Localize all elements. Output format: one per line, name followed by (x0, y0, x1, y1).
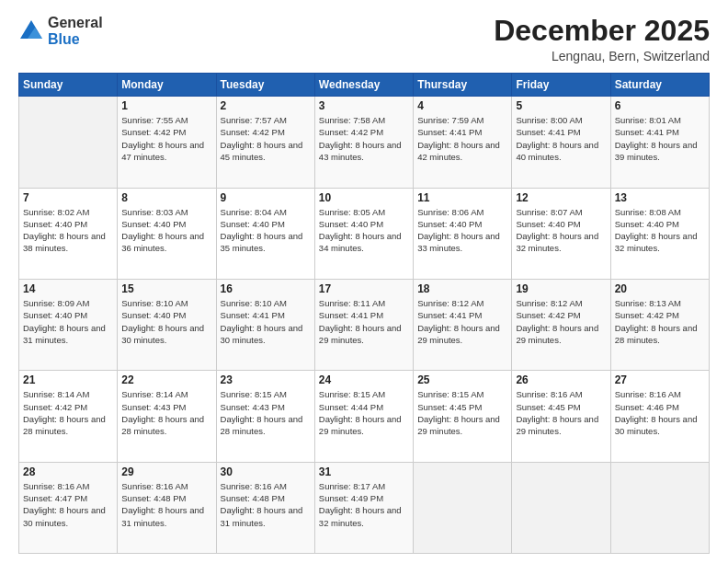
week-row-3: 14Sunrise: 8:09 AMSunset: 4:40 PMDayligh… (19, 279, 710, 370)
day-info: Sunrise: 8:08 AMSunset: 4:40 PMDaylight:… (615, 206, 705, 255)
day-info: Sunrise: 8:03 AMSunset: 4:40 PMDaylight:… (121, 206, 211, 255)
week-row-1: 1Sunrise: 7:55 AMSunset: 4:42 PMDaylight… (19, 97, 710, 188)
day-cell: 2Sunrise: 7:57 AMSunset: 4:42 PMDaylight… (216, 97, 314, 188)
day-info: Sunrise: 8:16 AMSunset: 4:47 PMDaylight:… (23, 480, 113, 529)
day-cell: 14Sunrise: 8:09 AMSunset: 4:40 PMDayligh… (19, 279, 118, 370)
day-number: 14 (23, 282, 113, 295)
day-cell: 27Sunrise: 8:16 AMSunset: 4:46 PMDayligh… (610, 371, 709, 462)
day-cell: 28Sunrise: 8:16 AMSunset: 4:47 PMDayligh… (19, 462, 118, 553)
day-number: 7 (23, 191, 113, 204)
day-info: Sunrise: 8:15 AMSunset: 4:44 PMDaylight:… (319, 388, 409, 437)
day-cell: 5Sunrise: 8:00 AMSunset: 4:41 PMDaylight… (512, 97, 610, 188)
weekday-header-row: SundayMondayTuesdayWednesdayThursdayFrid… (19, 74, 710, 97)
day-number: 30 (221, 465, 311, 478)
day-number: 20 (615, 282, 705, 295)
day-cell: 4Sunrise: 7:59 AMSunset: 4:41 PMDaylight… (414, 97, 512, 188)
day-cell: 8Sunrise: 8:03 AMSunset: 4:40 PMDaylight… (118, 188, 216, 279)
day-number: 23 (221, 373, 311, 386)
weekday-sunday: Sunday (19, 74, 118, 97)
logo-icon (18, 18, 44, 44)
day-cell: 11Sunrise: 8:06 AMSunset: 4:40 PMDayligh… (414, 188, 512, 279)
day-info: Sunrise: 8:10 AMSunset: 4:41 PMDaylight:… (221, 297, 311, 346)
day-number: 17 (319, 282, 409, 295)
day-number: 16 (221, 282, 311, 295)
day-number: 26 (516, 373, 606, 386)
day-info: Sunrise: 7:55 AMSunset: 4:42 PMDaylight:… (121, 114, 211, 163)
day-cell (414, 462, 512, 553)
day-info: Sunrise: 8:15 AMSunset: 4:45 PMDaylight:… (417, 388, 507, 437)
day-info: Sunrise: 8:02 AMSunset: 4:40 PMDaylight:… (23, 206, 113, 255)
day-number: 21 (23, 373, 113, 386)
day-info: Sunrise: 8:16 AMSunset: 4:45 PMDaylight:… (516, 388, 606, 437)
day-number: 12 (516, 191, 606, 204)
day-number: 28 (23, 465, 113, 478)
day-cell: 25Sunrise: 8:15 AMSunset: 4:45 PMDayligh… (414, 371, 512, 462)
day-info: Sunrise: 8:10 AMSunset: 4:40 PMDaylight:… (121, 297, 211, 346)
week-row-5: 28Sunrise: 8:16 AMSunset: 4:47 PMDayligh… (19, 462, 710, 553)
day-info: Sunrise: 8:16 AMSunset: 4:48 PMDaylight:… (121, 480, 211, 529)
day-info: Sunrise: 8:01 AMSunset: 4:41 PMDaylight:… (615, 114, 705, 163)
day-cell: 6Sunrise: 8:01 AMSunset: 4:41 PMDaylight… (610, 97, 709, 188)
day-info: Sunrise: 8:06 AMSunset: 4:40 PMDaylight:… (417, 206, 507, 255)
day-number: 4 (417, 99, 507, 112)
day-cell: 15Sunrise: 8:10 AMSunset: 4:40 PMDayligh… (118, 279, 216, 370)
day-info: Sunrise: 8:04 AMSunset: 4:40 PMDaylight:… (221, 206, 311, 255)
day-info: Sunrise: 8:00 AMSunset: 4:41 PMDaylight:… (516, 114, 606, 163)
day-number: 9 (221, 191, 311, 204)
day-number: 25 (417, 373, 507, 386)
day-cell (19, 97, 118, 188)
weekday-friday: Friday (512, 74, 610, 97)
day-info: Sunrise: 8:16 AMSunset: 4:48 PMDaylight:… (221, 480, 311, 529)
day-cell (512, 462, 610, 553)
weekday-monday: Monday (118, 74, 216, 97)
day-info: Sunrise: 8:14 AMSunset: 4:43 PMDaylight:… (121, 388, 211, 437)
day-info: Sunrise: 8:16 AMSunset: 4:46 PMDaylight:… (615, 388, 705, 437)
weekday-thursday: Thursday (414, 74, 512, 97)
day-info: Sunrise: 8:07 AMSunset: 4:40 PMDaylight:… (516, 206, 606, 255)
day-number: 18 (417, 282, 507, 295)
day-info: Sunrise: 7:58 AMSunset: 4:42 PMDaylight:… (319, 114, 409, 163)
day-number: 1 (121, 99, 211, 112)
month-title: December 2025 (494, 15, 710, 47)
day-info: Sunrise: 8:12 AMSunset: 4:42 PMDaylight:… (516, 297, 606, 346)
weekday-saturday: Saturday (610, 74, 709, 97)
day-cell: 7Sunrise: 8:02 AMSunset: 4:40 PMDaylight… (19, 188, 118, 279)
day-cell: 21Sunrise: 8:14 AMSunset: 4:42 PMDayligh… (19, 371, 118, 462)
day-info: Sunrise: 8:15 AMSunset: 4:43 PMDaylight:… (221, 388, 311, 437)
day-number: 6 (615, 99, 705, 112)
day-number: 22 (121, 373, 211, 386)
title-block: December 2025 Lengnau, Bern, Switzerland (494, 15, 710, 63)
week-row-4: 21Sunrise: 8:14 AMSunset: 4:42 PMDayligh… (19, 371, 710, 462)
day-cell: 31Sunrise: 8:17 AMSunset: 4:49 PMDayligh… (314, 462, 413, 553)
day-cell: 26Sunrise: 8:16 AMSunset: 4:45 PMDayligh… (512, 371, 610, 462)
day-cell: 30Sunrise: 8:16 AMSunset: 4:48 PMDayligh… (216, 462, 314, 553)
logo-general: General (48, 15, 103, 31)
day-cell: 17Sunrise: 8:11 AMSunset: 4:41 PMDayligh… (314, 279, 413, 370)
day-cell: 12Sunrise: 8:07 AMSunset: 4:40 PMDayligh… (512, 188, 610, 279)
day-number: 10 (319, 191, 409, 204)
day-info: Sunrise: 8:14 AMSunset: 4:42 PMDaylight:… (23, 388, 113, 437)
day-info: Sunrise: 8:09 AMSunset: 4:40 PMDaylight:… (23, 297, 113, 346)
day-number: 11 (417, 191, 507, 204)
day-cell: 1Sunrise: 7:55 AMSunset: 4:42 PMDaylight… (118, 97, 216, 188)
day-cell: 16Sunrise: 8:10 AMSunset: 4:41 PMDayligh… (216, 279, 314, 370)
day-cell: 3Sunrise: 7:58 AMSunset: 4:42 PMDaylight… (314, 97, 413, 188)
day-cell: 22Sunrise: 8:14 AMSunset: 4:43 PMDayligh… (118, 371, 216, 462)
day-info: Sunrise: 8:11 AMSunset: 4:41 PMDaylight:… (319, 297, 409, 346)
day-number: 19 (516, 282, 606, 295)
weekday-tuesday: Tuesday (216, 74, 314, 97)
calendar-table: SundayMondayTuesdayWednesdayThursdayFrid… (18, 73, 710, 554)
day-cell: 23Sunrise: 8:15 AMSunset: 4:43 PMDayligh… (216, 371, 314, 462)
day-cell (610, 462, 709, 553)
day-number: 2 (221, 99, 311, 112)
day-number: 5 (516, 99, 606, 112)
day-info: Sunrise: 8:17 AMSunset: 4:49 PMDaylight:… (319, 480, 409, 529)
day-number: 13 (615, 191, 705, 204)
day-info: Sunrise: 8:05 AMSunset: 4:40 PMDaylight:… (319, 206, 409, 255)
day-number: 3 (319, 99, 409, 112)
day-info: Sunrise: 7:59 AMSunset: 4:41 PMDaylight:… (417, 114, 507, 163)
calendar-page: General Blue December 2025 Lengnau, Bern… (0, 0, 728, 563)
week-row-2: 7Sunrise: 8:02 AMSunset: 4:40 PMDaylight… (19, 188, 710, 279)
day-info: Sunrise: 8:12 AMSunset: 4:41 PMDaylight:… (417, 297, 507, 346)
header: General Blue December 2025 Lengnau, Bern… (18, 15, 710, 63)
